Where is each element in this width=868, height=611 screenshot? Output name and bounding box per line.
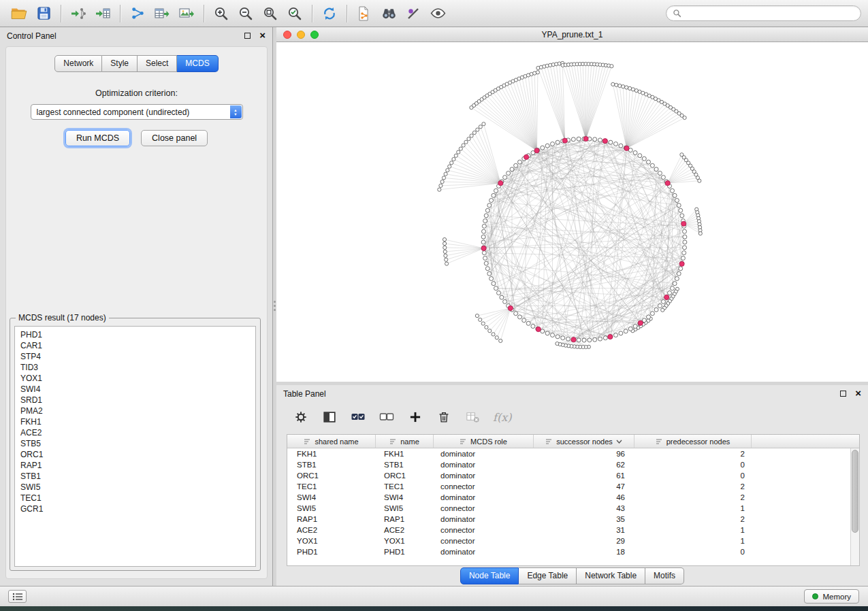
list-icon [12, 592, 23, 601]
list-item[interactable]: SRD1 [15, 395, 255, 406]
refresh-layout-button[interactable] [317, 3, 342, 24]
list-item[interactable]: FKH1 [15, 416, 255, 427]
search-input[interactable] [686, 9, 854, 18]
table-row[interactable]: TEC1TEC1connector472 [287, 481, 859, 492]
table-toolbar: f(x) [289, 403, 511, 431]
column-header-predecessor-nodes[interactable]: predecessor nodes [634, 435, 752, 448]
tab-select[interactable]: Select [138, 55, 177, 72]
list-item[interactable]: PHD1 [15, 329, 255, 340]
main-toolbar [0, 0, 868, 27]
zoom-fit-button[interactable] [258, 3, 283, 24]
import-network-icon [70, 5, 86, 22]
close-window-icon[interactable] [283, 31, 291, 39]
close-panel-button[interactable]: Close panel [141, 130, 208, 146]
show-columns-button[interactable] [317, 406, 342, 428]
table-panel-header: Table Panel × [276, 385, 868, 403]
column-header-filler [752, 435, 859, 448]
table-row[interactable]: PHD1PHD1dominator180 [287, 546, 859, 557]
minimize-window-icon[interactable] [297, 31, 305, 39]
list-item[interactable]: ACE2 [15, 427, 255, 438]
criterion-dropdown[interactable]: largest connected component (undirected)… [31, 104, 243, 120]
export-table-icon [154, 5, 170, 22]
tab-network-table[interactable]: Network Table [577, 567, 645, 584]
import-table-button[interactable] [91, 3, 115, 24]
table-row[interactable]: YOX1YOX1connector291 [287, 535, 859, 546]
toolbar-separator [312, 5, 312, 22]
float-panel-icon[interactable] [244, 33, 251, 39]
add-column-button[interactable] [403, 406, 428, 428]
zoom-in-icon [213, 5, 229, 22]
table-row[interactable]: FKH1FKH1dominator962 [287, 448, 859, 459]
sort-icon [460, 438, 467, 445]
maximize-window-icon[interactable] [310, 31, 319, 39]
search-icon [673, 9, 681, 18]
run-mcds-button[interactable]: Run MCDS [65, 130, 130, 146]
open-button[interactable] [7, 3, 31, 24]
table-settings-button[interactable] [289, 406, 313, 428]
list-item[interactable]: YOX1 [15, 373, 255, 384]
list-item[interactable]: SWI5 [15, 482, 255, 493]
column-header-shared-name[interactable]: shared name [287, 435, 376, 448]
tab-mcds[interactable]: MCDS [177, 55, 218, 72]
toolbar-separator [61, 5, 61, 22]
zoom-in-button[interactable] [209, 3, 234, 24]
float-panel-icon[interactable] [840, 391, 846, 397]
zoom-out-button[interactable] [234, 3, 258, 24]
search-box[interactable] [666, 5, 861, 21]
select-all-button[interactable] [346, 406, 370, 428]
tab-network[interactable]: Network [54, 55, 102, 72]
list-item[interactable]: SWI4 [15, 384, 255, 395]
column-header-mcds-role[interactable]: MCDS role [434, 435, 534, 448]
column-header-successor-nodes[interactable]: successor nodes [534, 435, 634, 448]
list-item[interactable]: PMA2 [15, 406, 255, 416]
list-item[interactable]: STB5 [15, 438, 255, 449]
memory-button[interactable]: Memory [804, 589, 859, 604]
export-network-button[interactable] [125, 3, 150, 24]
save-button[interactable] [31, 3, 56, 24]
task-history-button[interactable] [8, 590, 27, 603]
list-item[interactable]: STB1 [15, 471, 255, 482]
tab-node-table[interactable]: Node Table [460, 567, 519, 584]
mcds-result-list[interactable]: PHD1 CAR1 STP4 TID3 YOX1 SWI4 SRD1 PMA2 … [14, 326, 256, 567]
list-item[interactable]: CAR1 [15, 340, 255, 351]
list-item[interactable]: GCR1 [15, 503, 255, 514]
tab-style[interactable]: Style [102, 55, 138, 72]
export-document-button[interactable] [352, 3, 376, 24]
delete-row-button[interactable] [432, 406, 456, 428]
export-table-button[interactable] [150, 3, 174, 24]
table-row[interactable]: STB1STB1dominator620 [287, 459, 859, 470]
first-neighbors-button[interactable] [376, 3, 401, 24]
refresh-icon [321, 5, 338, 22]
vertical-scrollbar[interactable] [850, 448, 859, 565]
list-item[interactable]: RAP1 [15, 460, 255, 471]
select-all-icon [350, 409, 366, 425]
list-item[interactable]: ORC1 [15, 449, 255, 460]
table-row[interactable]: SWI4SWI4dominator462 [287, 492, 859, 503]
open-folder-icon [10, 5, 28, 22]
deselect-all-button[interactable] [374, 406, 399, 428]
network-graph[interactable] [276, 42, 868, 382]
table-row[interactable]: ACE2ACE2connector311 [287, 525, 859, 535]
column-header-name[interactable]: name [376, 435, 434, 448]
close-panel-icon[interactable]: × [259, 31, 266, 39]
export-image-button[interactable] [174, 3, 199, 24]
list-item[interactable]: TID3 [15, 362, 255, 373]
table-row[interactable]: ORC1ORC1dominator610 [287, 470, 859, 481]
sort-descending-icon [616, 440, 622, 444]
zoom-selected-icon [287, 5, 303, 22]
table-row[interactable]: RAP1RAP1dominator352 [287, 514, 859, 525]
style-slash-button[interactable] [401, 3, 425, 24]
function-builder-button[interactable]: f(x) [489, 411, 511, 424]
show-hide-button[interactable] [425, 3, 450, 24]
zoom-selected-button[interactable] [283, 3, 307, 24]
list-item[interactable]: STP4 [15, 351, 255, 362]
table-row[interactable]: SWI5SWI5connector431 [287, 503, 859, 514]
tab-motifs[interactable]: Motifs [645, 567, 684, 584]
close-panel-icon[interactable]: × [855, 389, 861, 397]
network-canvas[interactable] [276, 42, 868, 382]
tab-edge-table[interactable]: Edge Table [519, 567, 577, 584]
dropdown-stepper-icon[interactable]: ▴▾ [230, 105, 242, 118]
scrollbar-thumb[interactable] [852, 450, 858, 533]
list-item[interactable]: TEC1 [15, 493, 255, 503]
import-network-button[interactable] [66, 3, 91, 24]
